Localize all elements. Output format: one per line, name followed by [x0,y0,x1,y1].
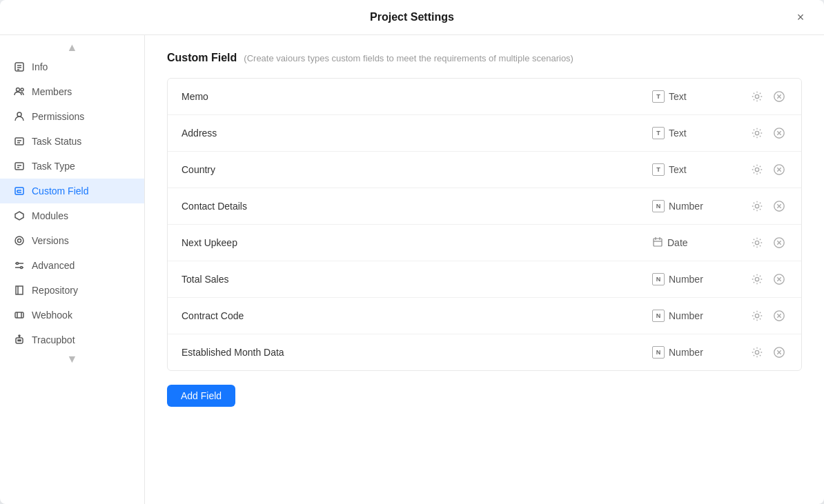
task-status-icon [14,136,25,147]
svg-rect-49 [654,239,662,246]
type-icon: N [652,200,665,212]
svg-rect-25 [15,312,23,318]
svg-rect-13 [15,188,23,194]
fields-table: MemoTText AddressTText CountryTText Cont… [167,78,802,371]
sidebar-item-custom-field[interactable]: Custom Field [0,179,144,203]
repository-icon [14,285,25,296]
field-actions [749,88,787,105]
scroll-down-indicator: ▼ [0,352,144,366]
sidebar-item-info[interactable]: Info [0,54,144,79]
add-field-button[interactable]: Add Field [167,385,235,407]
table-row: Contact DetailsNNumber [168,188,801,225]
sidebar-label-repository: Repository [32,285,78,296]
svg-point-37 [755,131,758,134]
sidebar-label-modules: Modules [32,210,68,221]
field-name: Total Sales [182,274,652,285]
field-settings-button[interactable] [749,344,765,361]
field-delete-button[interactable] [771,161,787,178]
field-delete-button[interactable] [771,125,787,141]
field-actions [749,234,787,251]
svg-point-33 [755,94,758,98]
field-type: NNumber [652,310,749,322]
field-delete-button[interactable] [771,344,787,361]
field-type: NNumber [652,200,749,212]
svg-point-61 [755,314,758,317]
type-label: Text [669,91,687,102]
table-row: Total SalesNNumber [168,261,801,298]
field-settings-button[interactable] [749,125,765,141]
type-label: Date [667,237,688,248]
task-type-icon [14,161,25,172]
sidebar-item-tracupbot[interactable]: Tracupbot [0,327,144,352]
sidebar-item-repository[interactable]: Repository [0,278,144,303]
section-desc: (Create vaiours types custom fields to m… [244,53,573,63]
sidebar-item-members[interactable]: Members [0,79,144,104]
sidebar-label-tracupbot: Tracupbot [32,334,75,345]
sidebar-item-advanced[interactable]: Advanced [0,253,144,278]
sidebar-item-permissions[interactable]: Permissions [0,104,144,129]
svg-rect-10 [15,163,23,170]
modules-icon [14,210,25,221]
svg-point-5 [21,88,23,91]
sidebar-label-members: Members [32,86,72,97]
type-label: Number [669,347,703,358]
sidebar-item-task-type[interactable]: Task Type [0,154,144,179]
type-icon: N [652,310,665,322]
sidebar-label-info: Info [32,61,48,72]
svg-rect-7 [15,138,23,145]
field-type: NNumber [652,273,749,285]
svg-point-57 [755,277,758,281]
svg-point-23 [21,267,23,269]
svg-point-19 [18,239,21,243]
type-label: Text [669,128,687,139]
field-delete-button[interactable] [771,308,787,324]
sidebar-item-task-status[interactable]: Task Status [0,129,144,154]
field-actions [749,198,787,214]
section-header: Custom Field (Create vaiours types custo… [167,52,802,64]
field-delete-button[interactable] [771,234,787,251]
svg-rect-29 [18,340,19,341]
svg-point-4 [17,88,20,92]
close-button[interactable]: × [791,8,810,27]
field-name: Established Month Data [182,347,652,358]
field-settings-button[interactable] [749,161,765,178]
sidebar-item-modules[interactable]: Modules [0,203,144,228]
modal-header: Project Settings × [0,0,824,35]
field-name: Next Upkeep [182,237,652,248]
type-label: Number [669,310,703,321]
field-actions [749,308,787,324]
svg-point-18 [15,236,23,245]
svg-point-53 [755,241,758,244]
date-type-icon [652,236,663,250]
field-actions [749,344,787,361]
type-icon: N [652,273,665,285]
tracupbot-icon [14,334,25,345]
svg-rect-30 [20,340,21,341]
field-delete-button[interactable] [771,198,787,214]
webhook-icon [14,310,25,321]
field-settings-button[interactable] [749,271,765,288]
field-name: Memo [182,91,652,102]
field-delete-button[interactable] [771,271,787,288]
permissions-icon [14,111,25,122]
field-settings-button[interactable] [749,308,765,324]
field-type: TText [652,163,749,176]
sidebar-label-permissions: Permissions [32,111,84,122]
svg-point-45 [755,204,758,208]
section-title: Custom Field [167,52,237,64]
sidebar-label-advanced: Advanced [32,260,75,271]
field-actions [749,125,787,141]
field-delete-button[interactable] [771,88,787,105]
sidebar-item-webhook[interactable]: Webhook [0,303,144,327]
field-name: Contract Code [182,310,652,321]
table-row: CountryTText [168,152,801,188]
field-settings-button[interactable] [749,198,765,214]
project-settings-modal: Project Settings × ▲ InfoMembersPermissi… [0,0,824,504]
field-settings-button[interactable] [749,88,765,105]
type-icon: T [652,163,665,176]
svg-point-65 [755,350,758,354]
info-icon [14,61,25,72]
sidebar-label-versions: Versions [32,235,69,246]
field-settings-button[interactable] [749,234,765,251]
sidebar-item-versions[interactable]: Versions [0,228,144,253]
